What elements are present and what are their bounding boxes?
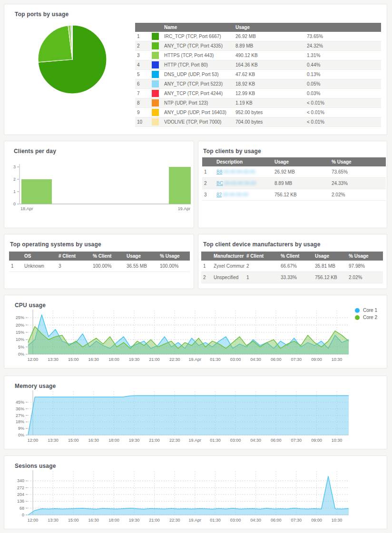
sessions-usage-chart: 12:0013:3015:0016:3018:0019:3021:0022:30… <box>4 467 388 528</box>
axis-label: 9% <box>18 426 24 431</box>
axis-label: 10:30 <box>332 357 343 362</box>
legend-label: Core 1 <box>363 308 377 313</box>
top-ports-title: Top ports by usage <box>15 11 69 18</box>
column-header: OS <box>22 252 57 261</box>
cpu-usage-panel: CPU usage 12:0013:3015:0016:3018:0019:30… <box>4 295 387 368</box>
top-clients-table: DescriptionUsage% Usage 1B8:00:00:00:00:… <box>202 157 386 201</box>
axis-label: 13:30 <box>48 438 59 443</box>
axis-label: 16:30 <box>88 357 99 362</box>
axis-label: 136 <box>17 499 24 504</box>
axis-label: 68 <box>20 506 24 511</box>
swatch-cell <box>147 41 162 51</box>
table-row: 8NTP (UDP, Port 123)1.19 KB< 0.01% <box>135 98 381 108</box>
axis-label: 18:00 <box>108 518 119 523</box>
color-swatch-icon <box>152 71 159 78</box>
axis-label: 16:30 <box>88 438 99 443</box>
color-swatch-icon <box>152 109 159 116</box>
table-row: 2Unspecified133.33%756.12 KB2.02% <box>201 272 383 283</box>
usage-cell: 47.62 KB <box>234 70 305 79</box>
legend-item-core1: Core 1 <box>355 308 377 313</box>
axis-label: 13:30 <box>48 357 59 362</box>
client-mac-link[interactable]: BC:00:00:00:00:00 <box>216 181 256 186</box>
table-cell: 1 <box>9 261 22 272</box>
axis-label: 12:00 <box>28 518 39 523</box>
table-header-row: Manufacturer# Client% ClientUsage% Usage <box>201 252 383 261</box>
axis-label: 340 <box>17 478 24 483</box>
mac-masked-text: :00:00:00:00 <box>222 192 248 197</box>
mac-masked-text: :00:00:00:00:00 <box>222 169 255 174</box>
table-cell: 1 <box>245 272 279 283</box>
axis-label: 22:30 <box>169 438 180 443</box>
column-header: % Client <box>279 252 313 261</box>
axis-label: 27% <box>16 413 24 418</box>
table-cell: 35.81 MB <box>313 261 347 272</box>
top-manufacturers-panel: Top client device manufacturers by usage… <box>198 234 387 289</box>
table-row: 3HTTPS (TCP, Port 443)490.12 KB1.31% <box>135 51 381 60</box>
mac-prefix: BC <box>216 181 223 186</box>
description-cell: 82:00:00:00:00 <box>215 189 273 201</box>
axis-label: 15:00 <box>68 438 79 443</box>
legend-item-core2: Core 2 <box>355 315 377 320</box>
axis-label: 01:30 <box>210 357 221 362</box>
table-row: 382:00:00:00:00756.12 KB2.02% <box>202 189 386 201</box>
sessions-usage-panel: Sesions usage 12:0013:3015:0016:3018:001… <box>4 455 387 529</box>
port-name-cell: HTTP (TCP, Port 80) <box>162 60 234 70</box>
table-cell: 36.55 MB <box>125 261 158 272</box>
usage-cell: 18.92 KB <box>234 79 305 89</box>
client-mac-link[interactable]: B8:00:00:00:00:00 <box>216 169 255 174</box>
bar <box>169 167 191 204</box>
percent-cell: 0.13% <box>305 70 381 79</box>
axis-label: 18:00 <box>108 438 119 443</box>
rank-cell: 9 <box>135 108 147 117</box>
usage-cell: 12.99 KB <box>234 89 305 98</box>
axis-label: 10% <box>16 337 24 342</box>
bar <box>21 179 52 204</box>
swatch-cell <box>147 32 162 41</box>
color-swatch-icon <box>152 99 159 107</box>
swatch-cell <box>147 51 162 60</box>
axis-label: 15% <box>16 330 24 335</box>
axis-label: 19.Apr <box>189 518 202 523</box>
table-header-row: Name Usage <box>135 23 381 32</box>
axis-label: 10:30 <box>332 518 343 523</box>
color-swatch-icon <box>152 33 159 40</box>
axis-label: 19:30 <box>129 518 140 523</box>
swatch-cell <box>147 117 162 127</box>
mac-masked-text: :00:00:00:00:00 <box>223 181 256 186</box>
column-header: % Usage <box>158 252 190 261</box>
memory-usage-chart: 12:0013:3015:0016:3018:0019:3021:0022:30… <box>4 388 388 448</box>
color-swatch-icon <box>152 118 159 126</box>
rank-cell: 5 <box>135 70 147 79</box>
color-swatch-icon <box>152 52 159 59</box>
column-header: # Client <box>245 252 279 261</box>
axis-label: 09:00 <box>311 357 322 362</box>
table-row: 10VDOLIVE (TCP, Port 7000)704.00 bytes< … <box>135 117 381 127</box>
axis-label: 2 <box>13 177 16 182</box>
cpu-legend: Core 1 Core 2 <box>355 308 377 322</box>
axis-label: 15:00 <box>68 357 79 362</box>
table-cell: Zyxel Communi... <box>212 261 245 272</box>
dashboard-page: { "top_ports": { "title": "Top ports by … <box>0 0 392 533</box>
column-header: Manufacturer <box>212 252 245 261</box>
client-mac-link[interactable]: 82:00:00:00:00 <box>216 192 248 197</box>
table-row: 1Unknown3100.00%36.55 MB100.00% <box>9 261 190 272</box>
axis-label: 13:30 <box>48 518 59 523</box>
rank-cell: 8 <box>135 98 147 108</box>
table-cell: Unspecified <box>212 272 245 283</box>
rank-cell: 10 <box>135 117 147 127</box>
clients-per-day-title: Clients per day <box>14 148 56 155</box>
table-cell: 33.33% <box>279 272 313 283</box>
table-row: 7ANY_TCP (TCP, Port 4244)12.99 KB0.03% <box>135 89 381 98</box>
top-ports-panel: Top ports by usage Name Usage 1IRC_TCP (… <box>4 4 387 135</box>
swatch-cell <box>147 79 162 89</box>
axis-label: 204 <box>17 492 24 497</box>
axis-label: 03:00 <box>230 357 241 362</box>
percent-cell: 0.03% <box>305 89 381 98</box>
axis-label: 15:00 <box>68 518 79 523</box>
top-os-title: Top operating systems by usage <box>10 241 101 248</box>
swatch-cell <box>147 108 162 117</box>
column-header: % Usage <box>347 252 383 261</box>
axis-label: 04:30 <box>250 438 261 443</box>
usage-cell: 8.89 MB <box>234 41 305 51</box>
axis-label: 16:30 <box>88 518 99 523</box>
